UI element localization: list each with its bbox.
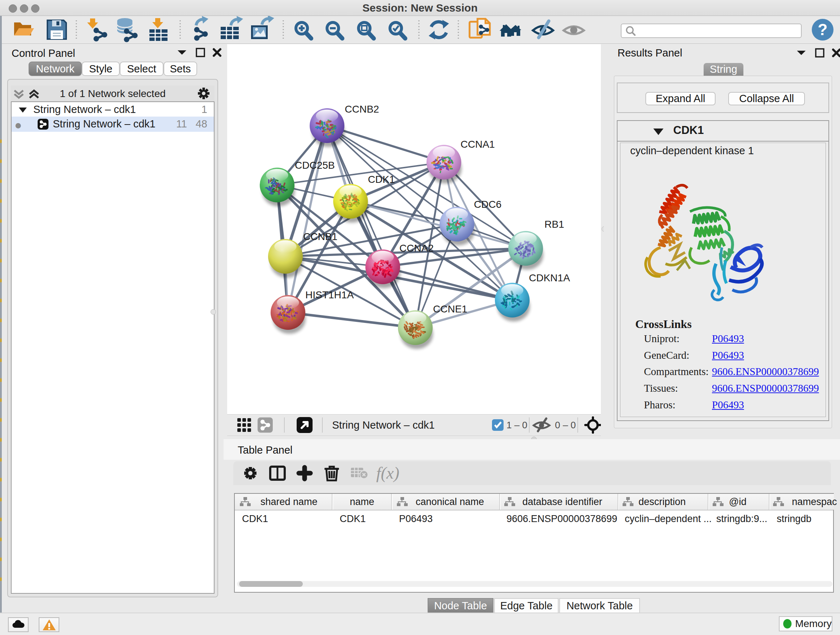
svg-text:CCNA2: CCNA2 bbox=[399, 242, 434, 254]
svg-text:CCNE1: CCNE1 bbox=[433, 303, 467, 315]
svg-text:RB1: RB1 bbox=[545, 219, 564, 230]
svg-text:CCNB1: CCNB1 bbox=[303, 231, 338, 242]
svg-text:f(x): f(x) bbox=[376, 464, 399, 482]
svg-text:CCNB2: CCNB2 bbox=[345, 103, 379, 115]
svg-text:1 – 0: 1 – 0 bbox=[507, 420, 527, 431]
svg-text:String Network – cdk1: String Network – cdk1 bbox=[332, 419, 435, 431]
svg-text:0 – 0: 0 – 0 bbox=[555, 420, 576, 431]
svg-text:CDC25B: CDC25B bbox=[295, 160, 335, 171]
svg-text:?: ? bbox=[818, 21, 828, 38]
svg-text:CDKN1A: CDKN1A bbox=[529, 272, 570, 283]
svg-text:CCNA1: CCNA1 bbox=[461, 139, 495, 150]
svg-text:HIST1H1A: HIST1H1A bbox=[305, 289, 354, 301]
svg-text:CDC6: CDC6 bbox=[474, 199, 501, 210]
svg-text:CDK1: CDK1 bbox=[368, 174, 395, 185]
